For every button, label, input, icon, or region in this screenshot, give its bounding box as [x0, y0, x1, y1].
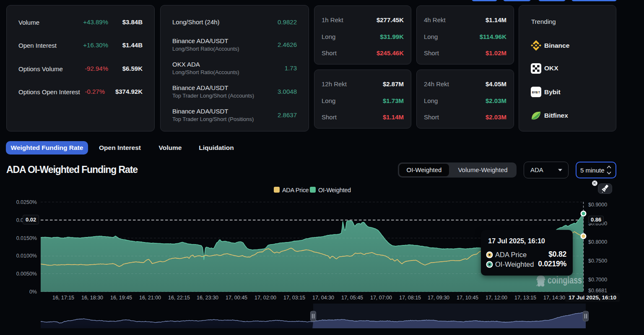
svg-text:BYBIT: BYBIT [532, 91, 540, 94]
